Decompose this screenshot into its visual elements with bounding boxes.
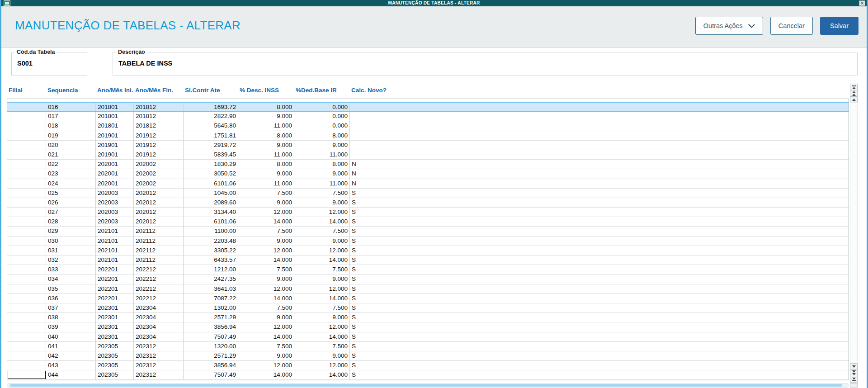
grid-cell-filial[interactable]	[7, 208, 46, 217]
grid-cell-ano-mes-ini[interactable]: 202101	[96, 246, 134, 255]
grid-row[interactable]: 0242020012020026101.0611.00011.000N	[7, 179, 849, 189]
grid-cell-ano-mes-ini[interactable]: 202003	[96, 217, 134, 226]
grid-cell-perc-ded-base-ir[interactable]: 7.500	[294, 342, 350, 351]
grid-cell-perc-ded-base-ir[interactable]: 8.000	[294, 131, 350, 140]
grid-cell-ano-mes-ini[interactable]: 202301	[96, 332, 134, 341]
grid-cell-ano-mes-ini[interactable]: 202003	[96, 208, 134, 217]
grid-cell-calc-novo[interactable]: S	[350, 227, 849, 236]
grid-cell-ano-mes-ini[interactable]: 201801	[96, 121, 134, 130]
grid-cell-sl-contr-ate[interactable]: 7087.22	[184, 294, 238, 303]
grid-cell-perc-ded-base-ir[interactable]: 12.000	[294, 322, 350, 331]
grid-cell-ano-mes-fin[interactable]: 202304	[134, 332, 184, 341]
grid-cell-calc-novo[interactable]: S	[350, 294, 849, 303]
grid-cell-filial[interactable]	[7, 227, 46, 236]
grid-cell-calc-novo[interactable]: N	[350, 169, 849, 178]
grid-cell-sl-contr-ate[interactable]: 3856.94	[184, 322, 238, 331]
grid-row[interactable]: 0212019012019125839.4511.00011.000	[7, 150, 849, 160]
grid-cell-ano-mes-ini[interactable]: 201801	[96, 103, 134, 111]
grid-cell-ano-mes-fin[interactable]: 202212	[134, 294, 184, 303]
grid-cell-ano-mes-fin[interactable]: 202002	[134, 179, 184, 188]
grid-cell-calc-novo[interactable]	[350, 121, 849, 130]
grid-cell-perc-desc-inss[interactable]: 14.000	[238, 217, 294, 226]
grid-cell-ano-mes-ini[interactable]: 202001	[96, 179, 134, 188]
grid-cell-calc-novo[interactable]: S	[350, 284, 849, 293]
grid-row[interactable]: 0412023052023121320.007.5007.500S	[7, 342, 849, 351]
grid-row[interactable]: 0302021012021122203.489.0009.000S	[7, 237, 849, 246]
grid-cell-sequencia[interactable]: 038	[46, 313, 96, 322]
grid-cell-sequencia[interactable]: 027	[46, 208, 96, 217]
grid-cell-sequencia[interactable]: 016	[46, 103, 96, 111]
grid-cell-sl-contr-ate[interactable]: 1302.00	[184, 303, 238, 312]
grid-cell-perc-ded-base-ir[interactable]: 8.000	[294, 160, 350, 169]
grid-cell-sequencia[interactable]: 036	[46, 294, 96, 303]
grid-cell-calc-novo[interactable]: S	[350, 313, 849, 322]
grid-cell-ano-mes-fin[interactable]: 202112	[134, 227, 184, 236]
cancel-button[interactable]: Cancelar	[770, 17, 813, 35]
grid-cell-filial[interactable]	[7, 179, 46, 188]
grid-cell-sl-contr-ate[interactable]: 1320.00	[184, 342, 238, 351]
grid-cell-calc-novo[interactable]: S	[350, 361, 849, 370]
grid-cell-ano-mes-fin[interactable]: 201812	[134, 112, 184, 121]
grid-row[interactable]: 0312021012021123305.2212.00012.000S	[7, 246, 849, 256]
grid-cell-ano-mes-ini[interactable]: 202101	[96, 237, 134, 246]
grid-cell-ano-mes-ini[interactable]: 202305	[96, 370, 134, 379]
grid-cell-ano-mes-ini[interactable]: 202001	[96, 160, 134, 169]
grid-cell-perc-desc-inss[interactable]: 9.000	[238, 198, 294, 207]
grid-cell-calc-novo[interactable]: N	[350, 160, 849, 169]
vertical-scrollbar-track[interactable]	[850, 104, 858, 362]
grid-cell-perc-desc-inss[interactable]: 8.000	[238, 131, 294, 140]
grid-cell-calc-novo[interactable]: S	[350, 208, 849, 217]
grid-cell-ano-mes-ini[interactable]: 202001	[96, 169, 134, 178]
grid-cell-ano-mes-ini[interactable]: 202003	[96, 198, 134, 207]
grid-cell-perc-desc-inss[interactable]: 8.000	[238, 160, 294, 169]
grid-cell-ano-mes-fin[interactable]: 201912	[134, 150, 184, 159]
grid-cell-filial[interactable]	[7, 160, 46, 169]
grid-cell-sequencia[interactable]: 034	[46, 274, 96, 284]
grid-cell-ano-mes-ini[interactable]: 202305	[96, 351, 134, 360]
grid-cell-calc-novo[interactable]: S	[350, 217, 849, 226]
grid-row[interactable]: 0382023012023042571.299.0009.000S	[7, 313, 849, 322]
grid-cell-filial[interactable]	[7, 342, 46, 351]
scroll-page-down-button[interactable]	[850, 369, 858, 376]
grid-cell-filial[interactable]	[7, 322, 46, 331]
grid-cell-filial[interactable]	[7, 131, 46, 140]
grid-cell-perc-ded-base-ir[interactable]: 9.000	[294, 169, 350, 178]
grid-row[interactable]: 0252020032020121045.007.5007.500S	[7, 189, 849, 198]
grid-cell-perc-desc-inss[interactable]: 9.000	[238, 274, 294, 284]
grid-cell-sequencia[interactable]: 028	[46, 217, 96, 226]
grid-cell-perc-ded-base-ir[interactable]: 7.500	[294, 189, 350, 198]
grid-cell-filial[interactable]	[7, 313, 46, 322]
grid-cell-perc-ded-base-ir[interactable]: 12.000	[294, 361, 350, 370]
grid-cell-sequencia[interactable]: 039	[46, 322, 96, 331]
grid-cell-ano-mes-fin[interactable]: 202012	[134, 189, 184, 198]
grid-cell-perc-ded-base-ir[interactable]: 9.000	[294, 351, 350, 360]
scroll-down-button[interactable]	[850, 363, 858, 370]
grid-cell-perc-desc-inss[interactable]: 14.000	[238, 256, 294, 265]
grid-cell-sequencia[interactable]: 032	[46, 256, 96, 265]
grid-cell-sequencia[interactable]: 021	[46, 150, 96, 159]
horizontal-scrollbar-thumb[interactable]	[10, 384, 842, 387]
grid-cell-sl-contr-ate[interactable]: 6101.06	[184, 179, 238, 188]
grid-row[interactable]: 0272020032020123134.4012.00012.000S	[7, 208, 849, 217]
grid-cell-ano-mes-fin[interactable]: 202112	[134, 237, 184, 246]
grid-cell-perc-ded-base-ir[interactable]: 14.000	[294, 294, 350, 303]
grid-cell-perc-ded-base-ir[interactable]: 0.000	[294, 103, 350, 111]
grid-cell-sl-contr-ate[interactable]: 1751.81	[184, 131, 238, 140]
grid-cell-perc-desc-inss[interactable]: 12.000	[238, 208, 294, 217]
grid-row[interactable]: 0372023012023041302.007.5007.500S	[7, 303, 849, 313]
grid-cell-perc-ded-base-ir[interactable]: 9.000	[294, 313, 350, 322]
grid-cell-calc-novo[interactable]	[350, 141, 849, 150]
grid-cell-filial[interactable]	[7, 150, 46, 159]
grid-cell-perc-ded-base-ir[interactable]: 12.000	[294, 284, 350, 293]
grid-cell-ano-mes-ini[interactable]: 201901	[96, 141, 134, 150]
grid-cell-calc-novo[interactable]	[350, 150, 849, 159]
grid-cell-calc-novo[interactable]: S	[350, 198, 849, 207]
grid-cell-calc-novo[interactable]: S	[350, 370, 849, 379]
grid-row[interactable]: 0442023052023127507.4914.00014.000S	[7, 370, 849, 380]
grid-cell-perc-desc-inss[interactable]: 7.500	[238, 189, 294, 198]
grid-cell-sl-contr-ate[interactable]: 2822.90	[184, 112, 238, 121]
horizontal-scrollbar[interactable]	[7, 383, 849, 388]
grid-cell-ano-mes-ini[interactable]: 202201	[96, 274, 134, 284]
grid-cell-perc-ded-base-ir[interactable]: 11.000	[294, 179, 350, 188]
grid-cell-ano-mes-fin[interactable]: 202212	[134, 284, 184, 293]
